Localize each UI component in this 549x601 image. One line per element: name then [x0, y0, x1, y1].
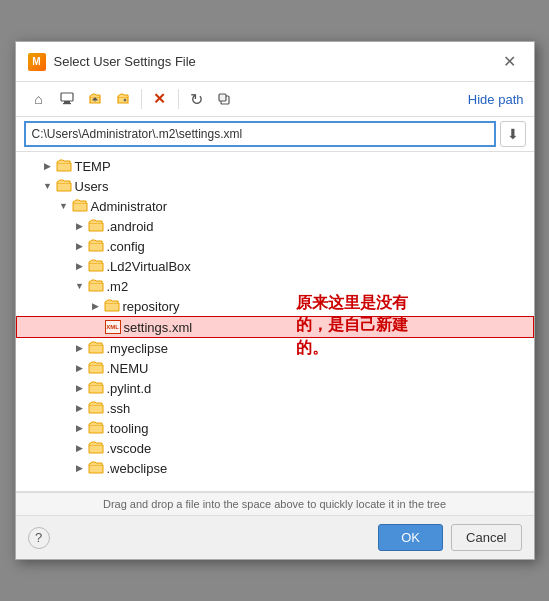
footer: ? OK Cancel [16, 515, 534, 559]
item-label: Administrator [91, 199, 168, 214]
copy-button[interactable] [212, 86, 238, 112]
folder-icon [104, 298, 120, 314]
tree-item-myeclipse[interactable]: ▶ .myeclipse [16, 338, 534, 358]
item-label: .myeclipse [107, 341, 168, 356]
folder-icon [88, 460, 104, 476]
tree-item-repository[interactable]: ▶ repository [16, 296, 534, 316]
item-label: .tooling [107, 421, 149, 436]
ok-button[interactable]: OK [378, 524, 443, 551]
computer-button[interactable] [54, 86, 80, 112]
item-label: .webclipse [107, 461, 168, 476]
folder-icon [88, 238, 104, 254]
arrow-icon: ▶ [72, 360, 88, 376]
item-label: .vscode [107, 441, 152, 456]
folder-icon [56, 178, 72, 194]
item-label: .NEMU [107, 361, 149, 376]
arrow-icon: ▶ [72, 218, 88, 234]
item-label: .pylint.d [107, 381, 152, 396]
help-button[interactable]: ? [28, 527, 50, 549]
tree-item-temp[interactable]: ▶ TEMP [16, 156, 534, 176]
tree-item-android[interactable]: ▶ .android [16, 216, 534, 236]
cancel-button[interactable]: Cancel [451, 524, 521, 551]
arrow-icon [89, 319, 105, 335]
refresh-button[interactable]: ↻ [184, 86, 210, 112]
delete-button[interactable]: ✕ [147, 86, 173, 112]
item-label: .ssh [107, 401, 131, 416]
status-text: Drag and drop a file into the space abov… [103, 498, 446, 510]
arrow-icon: ▼ [56, 198, 72, 214]
tree-item-nemu[interactable]: ▶ .NEMU [16, 358, 534, 378]
folder-icon [88, 340, 104, 356]
svg-rect-1 [64, 101, 70, 103]
dialog-title: Select User Settings File [54, 54, 196, 69]
svg-rect-0 [61, 93, 73, 101]
svg-rect-4 [219, 94, 226, 101]
app-icon: M [28, 53, 46, 71]
arrow-icon: ▶ [72, 258, 88, 274]
tree-item-ld2virtualbox[interactable]: ▶ .Ld2VirtualBox [16, 256, 534, 276]
toolbar-sep1 [141, 89, 142, 109]
tree-item-webclipse[interactable]: ▶ .webclipse [16, 458, 534, 478]
arrow-icon: ▶ [72, 340, 88, 356]
tree-item-users[interactable]: ▼ Users [16, 176, 534, 196]
arrow-icon: ▶ [72, 440, 88, 456]
arrow-icon: ▶ [72, 380, 88, 396]
path-bar: ⬇ [16, 117, 534, 152]
item-label: Users [75, 179, 109, 194]
tree-item-m2[interactable]: ▼ .m2 [16, 276, 534, 296]
path-download-button[interactable]: ⬇ [500, 121, 526, 147]
folder-icon [56, 158, 72, 174]
tree-item-tooling[interactable]: ▶ .tooling [16, 418, 534, 438]
arrow-icon: ▼ [72, 278, 88, 294]
tree-item-config[interactable]: ▶ .config [16, 236, 534, 256]
folder-icon [88, 380, 104, 396]
item-label: .Ld2VirtualBox [107, 259, 191, 274]
folder-icon [88, 440, 104, 456]
status-bar: Drag and drop a file into the space abov… [16, 492, 534, 515]
folder-icon [88, 278, 104, 294]
hide-path-button[interactable]: Hide path [468, 92, 524, 107]
folder-up-button[interactable] [82, 86, 108, 112]
toolbar: ⌂ ✕ ↻ [16, 82, 534, 117]
item-label: TEMP [75, 159, 111, 174]
item-label: .config [107, 239, 145, 254]
tree-item-vscode[interactable]: ▶ .vscode [16, 438, 534, 458]
folder-icon [72, 198, 88, 214]
folder-icon [88, 360, 104, 376]
folder-icon [88, 218, 104, 234]
tree-item-settings-xml[interactable]: XML settings.xml [16, 316, 534, 338]
arrow-icon: ▶ [40, 158, 56, 174]
arrow-icon: ▶ [72, 400, 88, 416]
svg-rect-2 [63, 103, 71, 104]
tree-container[interactable]: ▶ TEMP ▼ Users ▼ Administrator ▶ [16, 152, 534, 492]
arrow-icon: ▶ [88, 298, 104, 314]
folder-icon [88, 400, 104, 416]
arrow-icon: ▶ [72, 420, 88, 436]
item-label: .m2 [107, 279, 129, 294]
folder-icon [88, 420, 104, 436]
close-button[interactable]: ✕ [497, 50, 522, 73]
arrow-icon: ▼ [40, 178, 56, 194]
path-input[interactable] [24, 121, 496, 147]
tree-item-pylintd[interactable]: ▶ .pylint.d [16, 378, 534, 398]
item-label: .android [107, 219, 154, 234]
tree-item-ssh[interactable]: ▶ .ssh [16, 398, 534, 418]
dialog: M Select User Settings File ✕ ⌂ [15, 41, 535, 560]
arrow-icon: ▶ [72, 460, 88, 476]
xml-file-icon: XML [105, 320, 121, 334]
folder-icon [88, 258, 104, 274]
title-bar: M Select User Settings File ✕ [16, 42, 534, 82]
tree-item-administrator[interactable]: ▼ Administrator [16, 196, 534, 216]
item-label: settings.xml [124, 320, 193, 335]
arrow-icon: ▶ [72, 238, 88, 254]
item-label: repository [123, 299, 180, 314]
folder-new-button[interactable] [110, 86, 136, 112]
home-button[interactable]: ⌂ [26, 86, 52, 112]
toolbar-sep2 [178, 89, 179, 109]
